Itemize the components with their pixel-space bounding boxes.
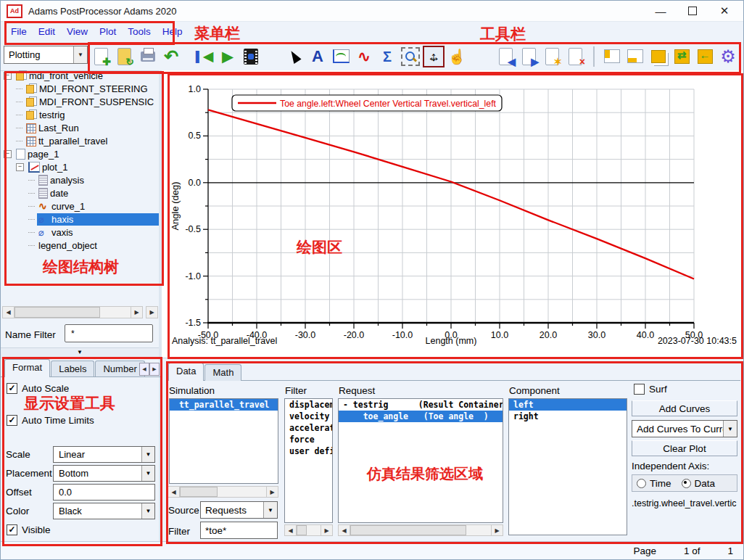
scroll-left-icon[interactable]: ◀ xyxy=(339,525,350,535)
curve-edit-icon[interactable]: ∿ xyxy=(353,46,375,67)
menu-edit[interactable]: Edit xyxy=(33,24,61,39)
zoom-area-icon[interactable] xyxy=(400,46,421,67)
scale-select[interactable]: Linear ▼ xyxy=(53,446,155,463)
plot-limits-icon[interactable] xyxy=(330,46,352,67)
add-curves-button[interactable]: Add Curves xyxy=(632,400,737,416)
chevron-down-icon[interactable]: ▼ xyxy=(263,502,277,518)
return-view-icon[interactable]: ← xyxy=(694,46,716,67)
tree-item-curve_1[interactable]: curve_1 xyxy=(1,199,159,213)
layout-bottom-icon[interactable] xyxy=(624,46,646,67)
chevron-down-icon[interactable]: ▼ xyxy=(723,421,737,437)
filter-list[interactable]: displacementvelocityaccelerationforceuse… xyxy=(284,398,333,523)
simulation-list[interactable]: tt_parallel_travel xyxy=(169,398,278,484)
tree-item-plot_1[interactable]: −plot_1 xyxy=(1,160,159,173)
filter-item[interactable]: velocity xyxy=(285,411,332,422)
visible-checkbox[interactable]: ✓ xyxy=(7,524,17,535)
filter-h-scrollbar[interactable]: ◀ ▶ xyxy=(284,524,333,536)
source-select[interactable]: Requests ▼ xyxy=(200,501,278,519)
tree-item-Last_Run[interactable]: Last_Run xyxy=(1,121,159,134)
tab-data[interactable]: Data xyxy=(168,363,204,381)
tree-item-analysis[interactable]: analysis xyxy=(1,173,159,186)
color-select[interactable]: Black ▼ xyxy=(53,503,155,519)
auto-scale-checkbox[interactable]: ✓ xyxy=(7,383,17,394)
request-h-scrollbar[interactable]: ◀ ▶ xyxy=(338,524,503,536)
add-curves-mode-select[interactable]: Add Curves To Current ▼ xyxy=(632,420,737,437)
print-icon[interactable] xyxy=(137,46,159,67)
scroll-left-icon[interactable]: ◀ xyxy=(168,487,180,497)
chevron-down-icon[interactable]: ▼ xyxy=(141,447,154,462)
radio-time[interactable]: Time xyxy=(637,478,671,489)
add-text-icon[interactable]: A xyxy=(307,46,328,67)
delete-page-icon[interactable]: × xyxy=(565,46,587,67)
component-item[interactable]: right xyxy=(509,411,627,422)
close-button[interactable]: ✕ xyxy=(708,1,740,20)
menu-plot[interactable]: Plot xyxy=(94,24,122,39)
tab-labels[interactable]: Labels xyxy=(51,361,94,377)
tab-scroll-right-icon[interactable]: ▶ xyxy=(149,363,160,376)
chevron-down-icon[interactable]: ▼ xyxy=(73,46,87,63)
expander-icon[interactable]: − xyxy=(4,150,12,158)
request-list[interactable]: - testrig (Result Container toe_angle (T… xyxy=(338,398,503,523)
scroll-right-icon[interactable]: ▶ xyxy=(491,525,503,535)
scroll-left-icon[interactable]: ◀ xyxy=(3,307,15,318)
tree-item-MDI_FRONT_SUSPENSIC[interactable]: MDI_FRONT_SUSPENSIC xyxy=(1,95,159,108)
prev-page-icon[interactable]: ◀ xyxy=(495,46,517,67)
scroll-right-icon[interactable]: ▶ xyxy=(266,487,278,497)
tree-item-haxis[interactable]: haxis xyxy=(1,213,159,226)
maximize-button[interactable] xyxy=(677,1,708,20)
filter-item[interactable]: force xyxy=(285,434,332,445)
play-animation-icon[interactable]: ▶ xyxy=(217,46,239,67)
tree-item-testrig[interactable]: testrig xyxy=(1,108,159,121)
animation-icon[interactable] xyxy=(240,46,262,67)
tree-item-page_1[interactable]: −page_1 xyxy=(1,147,159,160)
tab-scroll-left-icon[interactable]: ◀ xyxy=(139,363,149,376)
tab-number[interactable]: Number xyxy=(95,361,144,377)
request-item[interactable]: - testrig (Result Container xyxy=(339,399,503,411)
filter-item[interactable]: user defined xyxy=(285,445,332,457)
tab-format[interactable]: Format xyxy=(4,359,50,377)
tree-item-legend_object[interactable]: legend_object xyxy=(1,239,159,252)
menu-help[interactable]: Help xyxy=(157,24,189,39)
minimize-button[interactable]: — xyxy=(645,1,677,20)
chevron-down-icon[interactable]: ▼ xyxy=(141,466,154,481)
tree-item-date[interactable]: date xyxy=(1,186,159,199)
request-item[interactable]: toe_angle (Toe angle ) xyxy=(339,411,503,422)
tree-item-vaxis[interactable]: vaxis xyxy=(1,226,159,239)
surf-checkbox[interactable] xyxy=(634,384,645,395)
scroll-right-icon[interactable]: ▶ xyxy=(131,307,142,318)
layout-full-icon[interactable] xyxy=(648,46,669,67)
preferences-icon[interactable]: ⚙ xyxy=(717,46,739,67)
menu-file[interactable]: File xyxy=(5,24,33,39)
math-sum-icon[interactable]: Σ xyxy=(376,46,398,67)
new-plot-icon[interactable]: ✚ xyxy=(91,46,112,67)
scroll-left-icon[interactable]: ◀ xyxy=(285,525,297,535)
name-filter-input[interactable]: * xyxy=(65,324,153,342)
menu-view[interactable]: View xyxy=(61,24,94,39)
tree-item-MDI_FRONT_STEERING[interactable]: MDI_FRONT_STEERING xyxy=(1,82,159,95)
component-item[interactable]: left xyxy=(509,399,627,411)
tree-h-scrollbar[interactable]: ◀ ▶ xyxy=(2,306,143,318)
filter-item[interactable]: displacement xyxy=(285,399,332,411)
simulation-item[interactable]: tt_parallel_travel xyxy=(170,399,278,411)
menu-tools[interactable]: Tools xyxy=(122,24,157,39)
scroll-right-icon[interactable]: ▶ xyxy=(321,525,332,535)
tree-item-mdi_front_vehicle[interactable]: −mdi_front_vehicle xyxy=(1,69,159,82)
next-page-icon[interactable]: ▶ xyxy=(518,46,540,67)
first-frame-icon[interactable]: ▌◀ xyxy=(194,46,215,67)
filter-input[interactable]: *toe* xyxy=(200,522,278,539)
auto-time-limits-checkbox[interactable]: ✓ xyxy=(7,415,17,426)
dynamic-view-icon[interactable] xyxy=(423,46,445,67)
expander-icon[interactable]: − xyxy=(4,72,12,80)
select-cursor-icon[interactable] xyxy=(284,46,305,67)
expander-icon[interactable]: − xyxy=(16,163,24,171)
filter-item[interactable]: acceleration xyxy=(285,422,332,434)
tab-math[interactable]: Math xyxy=(204,364,241,381)
mode-select[interactable]: Plotting ▼ xyxy=(4,46,88,64)
radio-data[interactable]: Data xyxy=(682,478,716,489)
placement-select[interactable]: Bottom ▼ xyxy=(53,465,155,482)
chevron-down-icon[interactable]: ▼ xyxy=(141,503,154,519)
tree-item-tt_parallel_travel[interactable]: tt_parallel_travel xyxy=(1,134,159,147)
simulation-h-scrollbar[interactable]: ◀ ▶ xyxy=(168,486,278,498)
layout-left-icon[interactable] xyxy=(601,46,623,67)
swap-view-icon[interactable]: ⇄ xyxy=(671,46,693,67)
